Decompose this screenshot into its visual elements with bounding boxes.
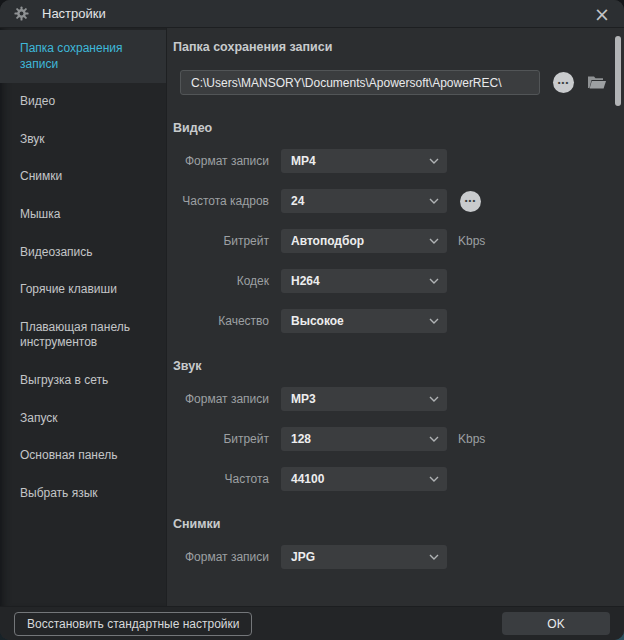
sample-rate-dropdown[interactable]: 44100: [281, 467, 447, 491]
chevron-down-icon: [429, 396, 439, 402]
sidebar-item-hotkeys[interactable]: Горячие клавиши: [0, 271, 166, 309]
sidebar-item-main-panel[interactable]: Основная панель: [0, 437, 166, 475]
chevron-down-icon: [429, 476, 439, 482]
codec-dropdown[interactable]: H264: [281, 269, 447, 293]
chevron-down-icon: [429, 278, 439, 284]
sidebar-item-mouse[interactable]: Мышка: [0, 196, 166, 234]
frame-rate-dropdown[interactable]: 24: [281, 189, 447, 213]
audio-format-row: Формат записи MP3: [173, 387, 610, 411]
frame-rate-value: 24: [291, 194, 429, 208]
section-video: Видео Формат записи MP4 Частота кадров 2…: [173, 121, 610, 333]
close-icon[interactable]: ×: [590, 6, 614, 22]
snapshot-format-value: JPG: [291, 550, 429, 564]
bottom-bar: Восстановить стандартные настройки OK: [0, 606, 624, 640]
chevron-down-icon: [429, 436, 439, 442]
sidebar-item-audio[interactable]: Звук: [0, 121, 166, 159]
audio-format-value: MP3: [291, 392, 429, 406]
sidebar-item-startup[interactable]: Запуск: [0, 400, 166, 438]
video-bitrate-dropdown[interactable]: Автоподбор: [281, 229, 447, 253]
video-format-value: MP4: [291, 154, 429, 168]
video-format-label: Формат записи: [173, 154, 269, 168]
snapshot-format-label: Формат записи: [173, 550, 269, 564]
sidebar-item-upload[interactable]: Выгрузка в сеть: [0, 362, 166, 400]
sidebar-item-video[interactable]: Видео: [0, 83, 166, 121]
sample-rate-row: Частота 44100: [173, 467, 610, 491]
restore-defaults-button[interactable]: Восстановить стандартные настройки: [14, 612, 252, 636]
audio-header: Звук: [173, 359, 610, 373]
audio-bitrate-dropdown[interactable]: 128: [281, 427, 447, 451]
video-header: Видео: [173, 121, 610, 135]
quality-dropdown[interactable]: Высокое: [281, 309, 447, 333]
sidebar: Папка сохранения записи Видео Звук Снимк…: [0, 28, 167, 606]
chevron-down-icon: [429, 158, 439, 164]
settings-content: Папка сохранения записи ••• Видео: [167, 28, 624, 606]
ok-button[interactable]: OK: [502, 612, 610, 635]
audio-format-label: Формат записи: [173, 392, 269, 406]
save-path-input[interactable]: [180, 70, 540, 95]
sidebar-item-recording[interactable]: Видеозапись: [0, 234, 166, 272]
sidebar-item-floating-toolbar[interactable]: Плавающая панель инструментов: [0, 309, 166, 362]
chevron-down-icon: [429, 198, 439, 204]
video-bitrate-row: Битрейт Автоподбор Kbps: [173, 229, 610, 253]
open-folder-button[interactable]: [587, 74, 607, 91]
snapshot-format-row: Формат записи JPG: [173, 545, 610, 569]
gear-icon: [13, 5, 30, 22]
settings-dialog: Настройки × Папка сохранения записи Виде…: [0, 0, 624, 640]
chevron-down-icon: [429, 318, 439, 324]
codec-value: H264: [291, 274, 429, 288]
section-snapshots: Снимки Формат записи JPG: [173, 517, 610, 569]
quality-row: Качество Высокое: [173, 309, 610, 333]
chevron-down-icon: [429, 554, 439, 560]
save-folder-header: Папка сохранения записи: [173, 40, 610, 54]
audio-bitrate-value: 128: [291, 432, 429, 446]
chevron-down-icon: [429, 238, 439, 244]
dialog-title: Настройки: [42, 6, 106, 21]
video-format-row: Формат записи MP4: [173, 149, 610, 173]
sidebar-item-save-folder[interactable]: Папка сохранения записи: [0, 30, 166, 83]
frame-rate-label: Частота кадров: [173, 194, 269, 208]
quality-value: Высокое: [291, 314, 429, 328]
audio-format-dropdown[interactable]: MP3: [281, 387, 447, 411]
audio-bitrate-unit: Kbps: [458, 432, 485, 446]
sample-rate-label: Частота: [173, 472, 269, 486]
frame-rate-ellipsis-button[interactable]: •••: [460, 191, 481, 212]
folder-open-icon: [587, 74, 607, 91]
video-bitrate-unit: Kbps: [458, 234, 485, 248]
section-save-folder: Папка сохранения записи •••: [173, 40, 610, 95]
quality-label: Качество: [173, 314, 269, 328]
title-bar: Настройки ×: [0, 0, 624, 28]
sidebar-item-language[interactable]: Выбрать язык: [0, 475, 166, 513]
browse-ellipsis-button[interactable]: •••: [553, 72, 574, 93]
video-bitrate-label: Битрейт: [173, 234, 269, 248]
video-format-dropdown[interactable]: MP4: [281, 149, 447, 173]
codec-label: Кодек: [173, 274, 269, 288]
section-audio: Звук Формат записи MP3 Битрейт 128 Kbps: [173, 359, 610, 491]
snapshot-format-dropdown[interactable]: JPG: [281, 545, 447, 569]
sidebar-item-snapshots[interactable]: Снимки: [0, 158, 166, 196]
frame-rate-row: Частота кадров 24 •••: [173, 189, 610, 213]
video-bitrate-value: Автоподбор: [291, 234, 429, 248]
codec-row: Кодек H264: [173, 269, 610, 293]
snapshots-header: Снимки: [173, 517, 610, 531]
sample-rate-value: 44100: [291, 472, 429, 486]
save-path-row: •••: [180, 70, 610, 95]
scrollbar-thumb[interactable]: [615, 36, 621, 106]
audio-bitrate-row: Битрейт 128 Kbps: [173, 427, 610, 451]
audio-bitrate-label: Битрейт: [173, 432, 269, 446]
main-area: Папка сохранения записи Видео Звук Снимк…: [0, 28, 624, 606]
